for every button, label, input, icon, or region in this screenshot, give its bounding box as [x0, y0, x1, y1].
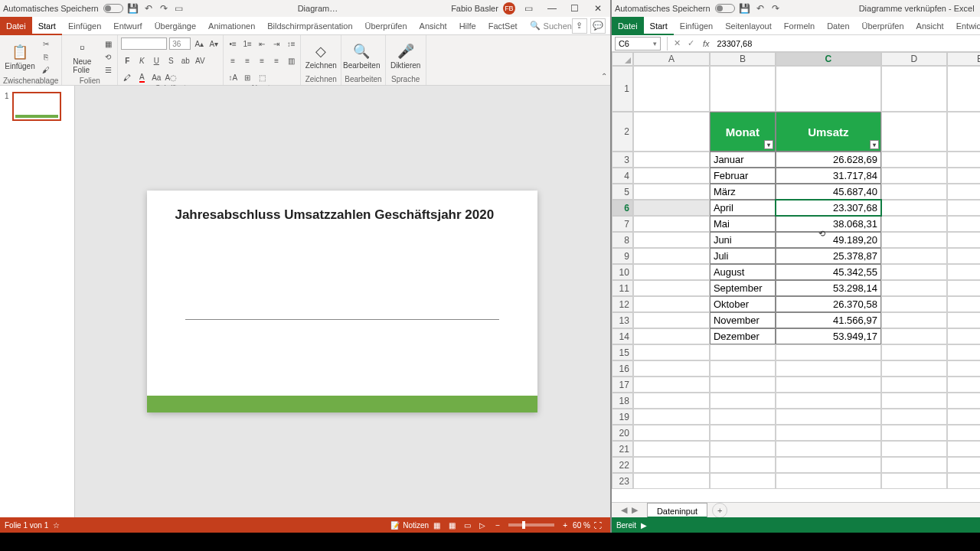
cell-B17[interactable] [710, 377, 776, 393]
select-all-corner[interactable] [612, 52, 633, 66]
cell-D18[interactable] [881, 393, 947, 409]
cell-C23[interactable] [776, 473, 881, 489]
cell-C21[interactable] [776, 441, 881, 457]
cell-A15[interactable] [633, 344, 710, 360]
justify-icon[interactable]: ≡ [270, 54, 283, 67]
cell-E4[interactable] [947, 168, 980, 184]
cell-E3[interactable] [947, 152, 980, 168]
cell-D19[interactable] [881, 409, 947, 425]
strike-icon[interactable]: S [165, 54, 177, 67]
cell-D7[interactable] [881, 216, 947, 232]
share-icon[interactable]: ⇪ [572, 18, 587, 34]
tab-start[interactable]: Start [32, 17, 62, 35]
sheet-tab-dateninput[interactable]: Dateninput [647, 503, 707, 518]
colhead-A[interactable]: A [633, 52, 710, 66]
dictate-button[interactable]: 🎤Diktieren [389, 37, 423, 74]
cell-E1[interactable] [947, 66, 980, 112]
cell-D1[interactable] [881, 66, 947, 112]
save-icon[interactable]: 💾 [740, 3, 750, 14]
cell-A11[interactable] [633, 280, 710, 296]
cell-D14[interactable] [881, 328, 947, 344]
cell-B10[interactable]: August [710, 264, 776, 280]
cell-E20[interactable] [947, 425, 980, 441]
cell-E13[interactable] [947, 312, 980, 328]
cell-A12[interactable] [633, 296, 710, 312]
cell-C3[interactable]: 26.628,69 [776, 152, 881, 168]
cell-A18[interactable] [633, 393, 710, 409]
cell-E8[interactable] [947, 232, 980, 248]
cell-C9[interactable]: 25.378,87 [776, 248, 881, 264]
accept-formula-icon[interactable]: ✓ [684, 38, 698, 48]
cell-B11[interactable]: September [710, 280, 776, 296]
indent-dec-icon[interactable]: ⇤ [256, 37, 268, 50]
rowhead-19[interactable]: 19 [612, 409, 633, 425]
tab-entwurf[interactable]: Entwurf [107, 17, 148, 35]
tab-start[interactable]: Start [644, 17, 674, 35]
cell-B23[interactable] [710, 473, 776, 489]
cell-B21[interactable] [710, 441, 776, 457]
ribbon-mode-icon[interactable]: ▭ [520, 2, 538, 15]
rowhead-18[interactable]: 18 [612, 393, 633, 409]
paste-button[interactable]: 📋Einfügen [3, 38, 37, 75]
collapse-ribbon-icon[interactable]: ⌃ [601, 72, 607, 80]
cell-A19[interactable] [633, 409, 710, 425]
tab-ansicht[interactable]: Ansicht [910, 17, 950, 35]
zoom-level[interactable]: 60 % [573, 521, 590, 530]
rowhead-9[interactable]: 9 [612, 248, 633, 264]
cell-E14[interactable] [947, 328, 980, 344]
undo-icon[interactable]: ↶ [143, 3, 154, 14]
undo-icon[interactable]: ↶ [755, 3, 766, 14]
filter-icon[interactable]: ▾ [764, 140, 773, 149]
cell-B9[interactable]: Juli [710, 248, 776, 264]
prev-sheet-icon[interactable]: ◀ [621, 505, 627, 515]
rowhead-22[interactable]: 22 [612, 457, 633, 473]
cell-D17[interactable] [881, 377, 947, 393]
cell-B7[interactable]: Mai [710, 216, 776, 232]
cell-B15[interactable] [710, 344, 776, 360]
search-box[interactable]: 🔍 Suchen [530, 21, 572, 31]
cell-B12[interactable]: Oktober [710, 296, 776, 312]
reading-view-icon[interactable]: ▭ [460, 520, 474, 530]
align-center-icon[interactable]: ≡ [241, 54, 253, 67]
cell-A5[interactable] [633, 184, 710, 200]
layout-icon[interactable]: ▦ [102, 37, 114, 50]
cell-E2[interactable] [947, 112, 980, 152]
cell-E22[interactable] [947, 457, 980, 473]
zoom-out-icon[interactable]: − [491, 520, 505, 530]
cell-B1[interactable] [710, 66, 776, 112]
maximize-icon[interactable]: ☐ [566, 2, 584, 15]
cell-C18[interactable] [776, 393, 881, 409]
cell-D22[interactable] [881, 457, 947, 473]
cell-A22[interactable] [633, 457, 710, 473]
slide-title[interactable]: Jahresabschluss Umsatzzahlen Geschäftsja… [175, 207, 510, 223]
tab-factset[interactable]: FactSet [482, 17, 524, 35]
slide-canvas[interactable]: Jahresabschluss Umsatzzahlen Geschäftsja… [75, 86, 610, 517]
cell-C15[interactable] [776, 344, 881, 360]
cell-C16[interactable] [776, 360, 881, 377]
rowhead-4[interactable]: 4 [612, 168, 633, 184]
rowhead-23[interactable]: 23 [612, 473, 633, 489]
cell-A1[interactable] [633, 66, 710, 112]
edit-button[interactable]: 🔍Bearbeiten [345, 37, 378, 74]
cell-E19[interactable] [947, 409, 980, 425]
autosave-toggle[interactable] [715, 4, 735, 13]
tab-einfuegen[interactable]: Einfügen [674, 17, 719, 35]
cell-B19[interactable] [710, 409, 776, 425]
fx-icon[interactable]: fx [703, 39, 710, 48]
cell-A14[interactable] [633, 328, 710, 344]
cell-C7[interactable]: 38.068,31 [776, 216, 881, 232]
colhead-E[interactable]: E [947, 52, 980, 66]
cell-A10[interactable] [633, 264, 710, 280]
underline-icon[interactable]: U [150, 54, 162, 67]
cell-E9[interactable] [947, 248, 980, 264]
cell-B14[interactable]: Dezember [710, 328, 776, 344]
cell-B20[interactable] [710, 425, 776, 441]
normal-view-icon[interactable]: ▦ [430, 520, 443, 530]
cell-D13[interactable] [881, 312, 947, 328]
cell-C6[interactable]: 23.307,68 [776, 200, 881, 216]
tab-animationen[interactable]: Animationen [202, 17, 261, 35]
fit-icon[interactable]: ⛶ [591, 520, 605, 530]
cell-E5[interactable] [947, 184, 980, 200]
cell-B2[interactable]: Monat▾ [710, 112, 776, 152]
cell-C8[interactable]: 49.189,20 [776, 232, 881, 248]
